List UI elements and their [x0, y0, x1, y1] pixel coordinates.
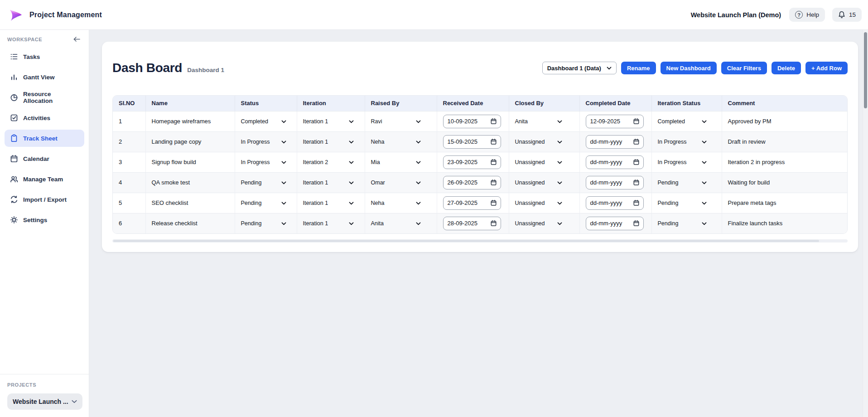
raised-by-select[interactable]: Ravi: [371, 118, 421, 125]
received-date-input[interactable]: 28-09-2025: [443, 217, 501, 230]
sidebar: WORKSPACE Tasks: [0, 30, 89, 417]
closed-by-select[interactable]: Unassigned: [515, 200, 562, 206]
card-header: Dash Board Dashboard 1 Dashboard 1 (Data…: [112, 61, 848, 75]
status-select[interactable]: Pending: [241, 179, 286, 186]
scrollbar-thumb[interactable]: [864, 32, 867, 108]
closed-by-select[interactable]: Unassigned: [515, 179, 562, 186]
sidebar-item-resource-allocation[interactable]: Resource Allocation: [5, 89, 84, 106]
table-header-row: SI.NO Name Status Iteration Raised By Re…: [113, 96, 847, 111]
window-scrollbar[interactable]: [863, 30, 868, 417]
sidebar-item-settings[interactable]: Settings: [5, 211, 84, 228]
table-row: 5 SEO checklist Pending Iteration 1 Neha…: [113, 193, 847, 213]
sidebar-item-label: Resource Allocation: [23, 91, 79, 104]
sidebar-item-activities[interactable]: Activities: [5, 109, 84, 126]
row-number: 3: [119, 159, 122, 165]
received-date-input[interactable]: 10-09-2025: [443, 115, 501, 128]
iteration-select[interactable]: Iteration 1: [303, 118, 354, 125]
chevron-down-icon: [416, 181, 421, 184]
chevron-down-icon: [281, 181, 286, 184]
received-date-input[interactable]: 23-09-2025: [443, 155, 501, 169]
current-project-label: Website Launch Plan (Demo): [691, 11, 781, 19]
completed-date-input[interactable]: dd-mm-yyyy: [586, 155, 644, 169]
chevron-down-icon: [72, 400, 77, 403]
completed-date-input[interactable]: dd-mm-yyyy: [586, 217, 644, 230]
chevron-down-icon: [416, 202, 421, 205]
column-header: Completed Date: [579, 96, 651, 111]
status-select-value: Pending: [241, 200, 262, 206]
dashboard-select[interactable]: Dashboard 1 (Data): [542, 62, 617, 74]
sidebar-item-calendar[interactable]: Calendar: [5, 150, 84, 167]
closed-by-select[interactable]: Unassigned: [515, 159, 562, 165]
column-header: Received Date: [437, 96, 509, 111]
completed-date-input[interactable]: dd-mm-yyyy: [586, 196, 644, 210]
iteration-status-select[interactable]: Pending: [658, 200, 707, 206]
help-label: Help: [806, 11, 819, 18]
notifications-button[interactable]: 15: [832, 8, 862, 22]
sidebar-item-import-export[interactable]: Import / Export: [5, 191, 84, 208]
new-dashboard-button[interactable]: New Dashboard: [661, 62, 717, 74]
completed-date-value: dd-mm-yyyy: [590, 179, 622, 186]
iteration-status-select[interactable]: In Progress: [658, 159, 707, 165]
raised-by-select[interactable]: Mia: [371, 159, 421, 165]
iteration-status-select[interactable]: Pending: [658, 220, 707, 227]
received-date-input[interactable]: 27-09-2025: [443, 196, 501, 210]
help-button[interactable]: ? Help: [789, 8, 825, 22]
iteration-status-select-value: Pending: [658, 200, 679, 206]
raised-by-select[interactable]: Neha: [371, 139, 421, 145]
status-select[interactable]: Pending: [241, 200, 286, 206]
table-horizontal-scrollbar[interactable]: [112, 239, 848, 242]
scrollbar-thumb[interactable]: [113, 240, 819, 242]
closed-by-select[interactable]: Anita: [515, 118, 562, 125]
received-date-input[interactable]: 26-09-2025: [443, 176, 501, 189]
completed-date-input[interactable]: dd-mm-yyyy: [586, 135, 644, 149]
sidebar-item-manage-team[interactable]: Manage Team: [5, 170, 84, 188]
task-name: Release checklist: [152, 220, 198, 227]
status-select[interactable]: In Progress: [241, 159, 286, 165]
iteration-status-select[interactable]: Pending: [658, 179, 707, 186]
track-sheet-table: SI.NO Name Status Iteration Raised By Re…: [112, 95, 848, 234]
iteration-status-select[interactable]: In Progress: [658, 139, 707, 145]
sidebar-item-track-sheet[interactable]: Track Sheet: [5, 130, 84, 147]
status-select[interactable]: In Progress: [241, 139, 286, 145]
rename-button[interactable]: Rename: [621, 62, 656, 74]
clear-filters-button[interactable]: Clear Filters: [721, 62, 767, 74]
status-select[interactable]: Pending: [241, 220, 286, 227]
completed-date-input[interactable]: 12-09-2025: [586, 115, 644, 128]
closed-by-select[interactable]: Unassigned: [515, 220, 562, 227]
calendar-icon: [491, 179, 497, 185]
collapse-sidebar-button[interactable]: [72, 36, 81, 43]
raised-by-select[interactable]: Neha: [371, 200, 421, 206]
table-row: 4 QA smoke test Pending Iteration 1 Omar…: [113, 172, 847, 193]
closed-by-select[interactable]: Unassigned: [515, 139, 562, 145]
raised-by-select-value: Mia: [371, 159, 380, 165]
completed-date-input[interactable]: dd-mm-yyyy: [586, 176, 644, 189]
project-selector[interactable]: Website Launch ...: [7, 393, 82, 410]
iteration-select[interactable]: Iteration 1: [303, 179, 354, 186]
iteration-select[interactable]: Iteration 1: [303, 139, 354, 145]
iteration-select[interactable]: Iteration 1: [303, 200, 354, 206]
iteration-status-select[interactable]: Completed: [658, 118, 707, 125]
delete-button[interactable]: Delete: [772, 62, 801, 74]
pie-chart-icon: [10, 93, 18, 102]
add-row-button[interactable]: + Add Row: [805, 62, 848, 74]
sidebar-item-label: Track Sheet: [23, 135, 58, 142]
chevron-down-icon: [349, 202, 354, 205]
iteration-select-value: Iteration 1: [303, 179, 328, 186]
raised-by-select[interactable]: Anita: [371, 220, 421, 227]
sidebar-item-tasks[interactable]: Tasks: [5, 48, 84, 65]
sidebar-item-gantt-view[interactable]: Gantt View: [5, 68, 84, 86]
closed-by-select-value: Anita: [515, 118, 528, 125]
iteration-status-select-value: Pending: [658, 220, 679, 227]
status-select-value: Pending: [241, 220, 262, 227]
raised-by-select[interactable]: Omar: [371, 179, 421, 186]
table-row: 3 Signup flow build In Progress Iteratio…: [113, 152, 847, 172]
chevron-down-icon: [281, 120, 286, 123]
iteration-select[interactable]: Iteration 2: [303, 159, 354, 165]
status-select[interactable]: Completed: [241, 118, 286, 125]
column-header: Iteration: [297, 96, 365, 111]
received-date-input[interactable]: 15-09-2025: [443, 135, 501, 149]
row-number: 5: [119, 199, 122, 206]
iteration-select-value: Iteration 1: [303, 200, 328, 206]
iteration-select[interactable]: Iteration 1: [303, 220, 354, 227]
chevron-down-icon: [416, 120, 421, 123]
